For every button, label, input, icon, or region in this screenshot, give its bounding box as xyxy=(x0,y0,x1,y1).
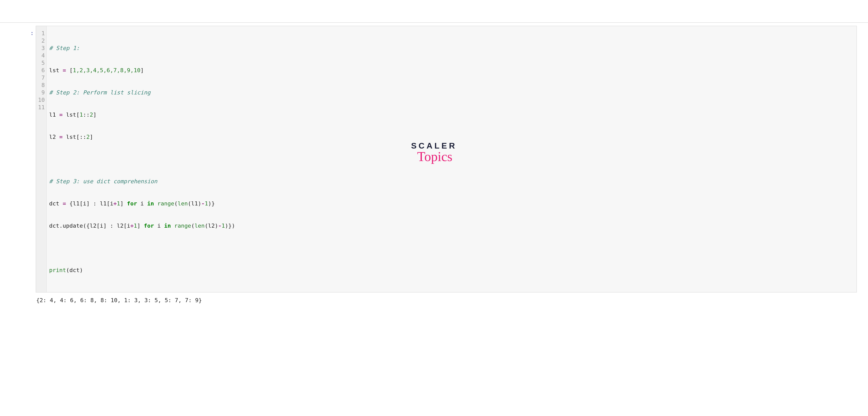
token xyxy=(171,223,174,229)
token: = xyxy=(59,134,63,140)
line-number: 4 xyxy=(38,52,45,59)
token: lst xyxy=(49,67,63,73)
keyword: for xyxy=(144,223,154,229)
line-number: 8 xyxy=(38,82,45,89)
token: + xyxy=(113,200,117,207)
builtin: range xyxy=(157,200,174,207)
line-number: 10 xyxy=(38,96,45,104)
token: i xyxy=(154,223,164,229)
line-number: 2 xyxy=(38,37,45,44)
code-line: dct = {l1[i] : l1[i+1] for i in range(le… xyxy=(49,200,853,207)
token: 1 xyxy=(117,200,120,207)
token: 1 xyxy=(134,223,137,229)
token: 1 xyxy=(221,223,225,229)
token: dct xyxy=(49,200,63,207)
code-line: dct.update({l2[i] : l2[i+1] for i in ran… xyxy=(49,222,853,229)
token: 1 xyxy=(205,200,208,207)
token: - xyxy=(218,223,221,229)
token: (l1) xyxy=(188,200,202,207)
line-number: 6 xyxy=(38,67,45,74)
token: )}) xyxy=(225,223,235,229)
code-line: l2 = lst[::2] xyxy=(49,133,853,140)
token: )} xyxy=(208,200,215,207)
keyword: for xyxy=(127,200,137,207)
token: ] xyxy=(141,67,144,73)
line-number-gutter: 1 2 3 4 5 6 7 8 9 10 11 xyxy=(36,26,47,292)
input-prompt: : xyxy=(24,26,36,292)
code-line: print(dct) xyxy=(49,266,853,274)
line-number: 7 xyxy=(38,74,45,82)
code-line: # Step 3: use dict comprehension xyxy=(49,178,853,185)
builtin: print xyxy=(49,267,66,273)
keyword: in xyxy=(147,200,154,207)
comment: # Step 1: xyxy=(49,45,80,51)
token: = xyxy=(59,111,63,118)
token: lst[:: xyxy=(63,134,87,140)
token: (l2) xyxy=(205,223,218,229)
output-area: {2: 4, 4: 6, 6: 8, 8: 10, 1: 3, 3: 5, 5:… xyxy=(36,297,857,303)
scaler-topics-logo: SCALER Topics xyxy=(411,141,457,164)
token: ] xyxy=(90,134,93,140)
token: ] xyxy=(120,200,127,207)
token: 2 xyxy=(86,134,90,140)
code-line: # Step 1: xyxy=(49,44,853,52)
line-number: 11 xyxy=(38,104,45,111)
token: (dct) xyxy=(66,267,83,273)
token: ( xyxy=(174,200,178,207)
line-number: 5 xyxy=(38,59,45,67)
token: - xyxy=(202,200,205,207)
comment: # Step 3: use dict comprehension xyxy=(49,178,157,185)
token: {l1[i] : l1[i xyxy=(66,200,113,207)
token: [ xyxy=(66,67,73,73)
comment: # Step 2: Perform list slicing xyxy=(49,89,151,96)
line-number: 3 xyxy=(38,44,45,52)
token: 2 xyxy=(90,111,93,118)
token: l1 xyxy=(49,111,59,118)
token: ] xyxy=(137,223,144,229)
token: :: xyxy=(83,111,90,118)
logo-line-topics: Topics xyxy=(417,149,453,164)
token: i xyxy=(137,200,147,207)
token xyxy=(154,200,157,207)
code-line: # Step 2: Perform list slicing xyxy=(49,89,853,96)
token: = xyxy=(63,200,66,207)
builtin: len xyxy=(178,200,188,207)
code-line xyxy=(49,244,853,252)
token: 1 xyxy=(80,111,83,118)
token: ] xyxy=(93,111,96,118)
line-number: 9 xyxy=(38,89,45,96)
token: lst[ xyxy=(63,111,80,118)
token: = xyxy=(63,67,66,73)
builtin: len xyxy=(194,223,205,229)
token: 1,2,3,4,5,6,7,8,9,10 xyxy=(73,67,141,73)
code-line: l1 = lst[1::2] xyxy=(49,111,853,119)
builtin: range xyxy=(174,223,191,229)
token: l2 xyxy=(49,134,59,140)
token: dct.update({l2[i] : l2[i xyxy=(49,223,130,229)
code-line: lst = [1,2,3,4,5,6,7,8,9,10] xyxy=(49,67,853,74)
keyword: in xyxy=(164,223,171,229)
line-number: 1 xyxy=(38,30,45,37)
token: + xyxy=(130,223,133,229)
token: ( xyxy=(191,223,194,229)
